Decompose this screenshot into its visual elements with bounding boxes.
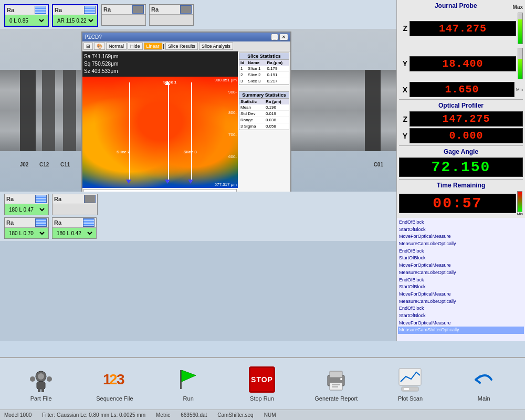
scale-800: 800- — [228, 110, 237, 115]
meas-value-2[interactable]: AR 115 0.22 — [53, 15, 97, 26]
summary-stats-cell: Std Dev — [239, 111, 265, 117]
slice-col-ra: Ra (μm) — [266, 60, 289, 66]
summary-stats-title: Summary Statistics — [239, 92, 289, 99]
measurement-row-1: Ra 0 L 0.85 Ra — [0, 0, 396, 29]
meas-header-6: Ra — [52, 194, 97, 204]
toolbar-color-btn[interactable]: 🎨 — [94, 43, 105, 50]
svg-marker-34 — [182, 370, 196, 382]
time-display: 00:57 — [399, 194, 516, 213]
meas-box-1: Ra 0 L 0.85 — [4, 4, 49, 27]
stop-sign: STOP — [249, 366, 275, 393]
meas-label-3: Ra — [103, 6, 111, 13]
toolbar-grid-btn[interactable]: ⊞ — [83, 43, 93, 50]
journal-log-item: EndOfBlock — [398, 219, 524, 226]
toolbar-hide-btn[interactable]: Hide — [128, 43, 143, 50]
meas-value-4 — [150, 15, 193, 25]
x-display: 1.650 — [410, 82, 514, 97]
meas-value-8[interactable]: 180 L 0.42 — [52, 228, 96, 238]
summary-stats-cell: 0.196 — [265, 104, 289, 111]
svg-point-27 — [47, 376, 52, 382]
summary-stats-row: 3 Sigma0.058 — [239, 123, 289, 130]
y-label: Y — [399, 59, 407, 68]
toolbar-linear-btn[interactable]: Linear — [144, 43, 162, 50]
slot-label-c01: C01 — [374, 162, 383, 167]
generate-report-button[interactable]: Generate Report — [314, 366, 358, 402]
z-axis-row: Z 147.275 — [399, 12, 523, 45]
svg-rect-43 — [404, 388, 409, 390]
meas-label-7: Ra — [6, 219, 14, 226]
main-button[interactable]: Main — [463, 366, 505, 402]
scale-700: 700- — [228, 132, 237, 137]
z-bar — [518, 13, 523, 44]
summary-stats-cell: 0.038 — [265, 117, 289, 123]
plot-scan-button[interactable]: Plot Scan — [389, 366, 431, 402]
journal-log-item: MeasureCamLobeOptically — [398, 240, 524, 248]
run-label: Run — [183, 395, 194, 402]
meas-select-2[interactable]: AR 115 0.22 — [55, 17, 95, 24]
optical-sidebar: Slice Statistics Id Name Ra (μm) — [238, 51, 290, 192]
toolbar-normal-btn[interactable]: Normal — [106, 43, 127, 50]
meas-box-2: Ra AR 115 0.22 — [52, 4, 98, 27]
meas-label-1: Ra — [7, 7, 14, 13]
main-icon — [470, 366, 498, 393]
svg-rect-38 — [332, 384, 340, 385]
meas-box-3: Ra — [101, 4, 146, 26]
meas-icon-5 — [35, 195, 47, 203]
meas-box-5: Ra 180 L 0.47 — [4, 194, 49, 215]
part-file-button[interactable]: Part File — [20, 366, 62, 402]
time-min: Min — [517, 212, 523, 216]
sequence-file-button[interactable]: 1 2 3 Sequence File — [93, 366, 135, 402]
y-display: 18.400 — [410, 56, 516, 71]
stop-text: STOP — [251, 375, 273, 384]
meas-value-5[interactable]: 180 L 0.47 — [5, 204, 48, 215]
meas-icon-2 — [84, 6, 96, 14]
optical-titlebar: PΣCD? _ ✕ — [82, 33, 290, 41]
meas-select-8[interactable]: 180 L 0.42 — [55, 230, 94, 237]
status-sequence: CamShifter.seq — [217, 412, 253, 418]
slice-col-name: Name — [247, 60, 266, 66]
meas-value-3 — [102, 15, 145, 25]
meas-value-7[interactable]: 180 L 0.70 — [5, 228, 48, 238]
slice-stats-cell: 3 — [239, 78, 247, 85]
main-container: Ra 0 L 0.85 Ra — [0, 0, 525, 420]
optical-close[interactable]: ✕ — [279, 34, 288, 40]
slice3-triangle — [188, 180, 193, 184]
meas-header-5: Ra — [5, 194, 48, 204]
slice-stats-cell: Slice 3 — [247, 78, 266, 85]
journal-log-item: StartOfBlock — [398, 226, 524, 234]
journal-log-item: StartOfBlock — [398, 255, 524, 262]
stat-sz: Sz 403.533μm — [84, 68, 236, 75]
stop-run-label: Stop Run — [250, 395, 274, 402]
run-button[interactable]: Run — [167, 366, 209, 402]
run-icon — [175, 366, 202, 393]
meas-select-1[interactable]: 0 L 0.85 — [7, 17, 46, 24]
toolbar-slice-analysis-btn[interactable]: Slice Analysis — [199, 43, 233, 50]
toolbar-slice-results-btn[interactable]: Slice Results — [165, 43, 198, 50]
journal-log-item: MoveForOpticalMeasure — [398, 320, 524, 327]
meas-value-1[interactable]: 0 L 0.85 — [5, 15, 48, 26]
optical-profiler-title: Optical Profiler — [399, 102, 523, 109]
meas-select-5[interactable]: 180 L 0.47 — [7, 206, 46, 213]
meas-label-5: Ra — [6, 196, 14, 202]
slice-stats-cell: 1 — [239, 66, 247, 72]
svg-text:3: 3 — [117, 371, 125, 387]
meas-header-2: Ra — [53, 5, 97, 15]
summary-stats-table: Statistic Ra (μm) Mean0.196Std Dev0.019R… — [239, 99, 289, 130]
meas-label-4: Ra — [151, 6, 159, 13]
slot-label-j02: J02 — [20, 162, 29, 167]
z-label: Z — [399, 24, 407, 33]
color-map: 980.851 μm 900- 800- 700- 600- 577.317 μ… — [82, 77, 238, 188]
slice-stats-row: 1Slice 10.179 — [239, 66, 289, 72]
stop-run-button[interactable]: STOP Stop Run — [241, 366, 283, 402]
sum-col-ra: Ra (μm) — [265, 99, 289, 104]
journal-log-item: EndOfBlock — [398, 277, 524, 284]
bottom-toolbar: Part File 1 2 3 Sequence File — [0, 357, 525, 410]
slice-stats-cell: 0.191 — [266, 72, 289, 78]
meas-label-8: Ra — [54, 219, 61, 226]
plot-scan-label: Plot Scan — [398, 395, 423, 402]
meas-select-7[interactable]: 180 L 0.70 — [7, 230, 46, 237]
meas-box-4: Ra — [149, 4, 194, 26]
toolbar-sep: | — [163, 44, 164, 49]
journal-log-item: MoveForOpticalMeasure — [398, 233, 524, 240]
optical-minimize[interactable]: _ — [271, 34, 278, 40]
